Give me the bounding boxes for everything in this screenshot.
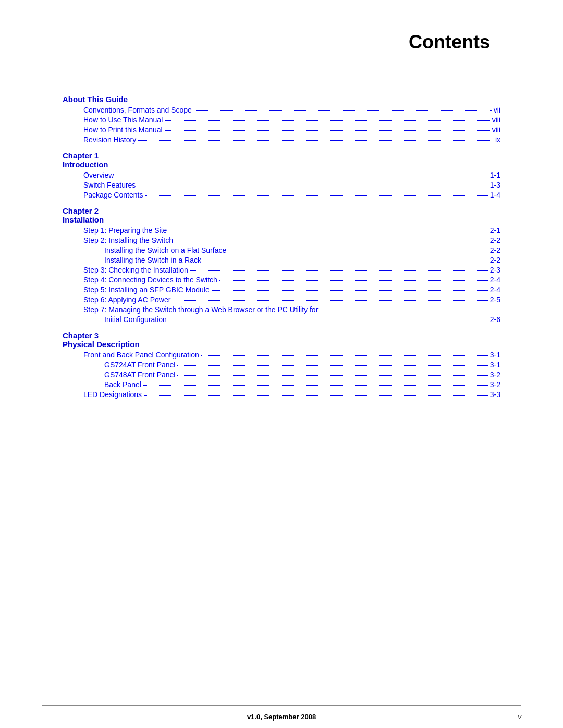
toc-page-front-back-panel: 3-1 <box>490 351 500 359</box>
toc-entry-how-to-use[interactable]: How to Use This Manual viii <box>63 116 500 124</box>
toc-dots <box>145 195 487 196</box>
chapter2-label: Chapter 2 <box>63 206 500 215</box>
toc-page-back-panel: 3-2 <box>490 380 500 389</box>
toc-page-revision-history: ix <box>495 135 500 144</box>
page-container: Contents About This Guide Conventions, F… <box>0 0 563 728</box>
toc-page-step6: 2-5 <box>490 295 500 304</box>
toc-entry-step7[interactable]: Step 7: Managing the Switch through a We… <box>63 305 500 314</box>
toc-link-package-contents[interactable]: Package Contents <box>83 191 143 199</box>
toc-dots <box>212 290 488 291</box>
toc-entry-initial-config[interactable]: Initial Configuration 2-6 <box>63 315 500 324</box>
toc-link-back-panel[interactable]: Back Panel <box>104 380 141 389</box>
toc-link-step5[interactable]: Step 5: Installing an SFP GBIC Module <box>83 286 210 294</box>
toc-entry-package-contents[interactable]: Package Contents 1-4 <box>63 191 500 199</box>
toc-page-gs748at: 3-2 <box>490 371 500 379</box>
toc-page-how-to-use: viii <box>492 116 500 124</box>
toc-entry-gs724at[interactable]: GS724AT Front Panel 3-1 <box>63 361 500 369</box>
toc-dots <box>228 251 488 251</box>
toc-link-step2[interactable]: Step 2: Installing the Switch <box>83 236 173 244</box>
toc-page-package-contents: 1-4 <box>490 191 500 199</box>
chapter1-block: Chapter 1 Introduction Overview 1-1 Swit… <box>63 151 500 199</box>
toc-link-step3[interactable]: Step 3: Checking the Installation <box>83 266 188 274</box>
toc-dots <box>175 241 488 241</box>
toc-link-flat-surface[interactable]: Installing the Switch on a Flat Surface <box>104 246 226 254</box>
toc-entry-step5[interactable]: Step 5: Installing an SFP GBIC Module 2-… <box>63 286 500 294</box>
main-content: Contents About This Guide Conventions, F… <box>0 0 563 695</box>
footer-page-number: v <box>518 713 522 721</box>
toc-link-step4[interactable]: Step 4: Connecting Devices to the Switch <box>83 276 217 284</box>
toc-page-step5: 2-4 <box>490 286 500 294</box>
chapter2-block: Chapter 2 Installation Step 1: Preparing… <box>63 206 500 324</box>
toc-link-gs748at[interactable]: GS748AT Front Panel <box>104 371 175 379</box>
toc-link-gs724at[interactable]: GS724AT Front Panel <box>104 361 175 369</box>
toc-dots <box>165 130 490 131</box>
toc-page-step2: 2-2 <box>490 236 500 244</box>
toc-link-step7[interactable]: Step 7: Managing the Switch through a We… <box>83 305 318 314</box>
chapter3-label: Chapter 3 <box>63 331 500 340</box>
toc-entry-back-panel[interactable]: Back Panel 3-2 <box>63 380 500 389</box>
toc-page-rack: 2-2 <box>490 256 500 264</box>
toc-link-rack[interactable]: Installing the Switch in a Rack <box>104 256 201 264</box>
toc-entry-front-back-panel[interactable]: Front and Back Panel Configuration 3-1 <box>63 351 500 359</box>
footer: v1.0, September 2008 v <box>42 705 521 728</box>
toc-page-gs724at: 3-1 <box>490 361 500 369</box>
toc-page-switch-features: 1-3 <box>490 181 500 189</box>
toc-page-step4: 2-4 <box>490 276 500 284</box>
about-this-guide-header: About This Guide <box>63 95 500 104</box>
toc-page-how-to-print: viii <box>492 126 500 134</box>
toc-dots <box>116 176 487 176</box>
toc-dots <box>138 186 487 186</box>
toc-dots <box>177 365 487 366</box>
toc-entry-how-to-print[interactable]: How to Print this Manual viii <box>63 126 500 134</box>
toc-link-step1[interactable]: Step 1: Preparing the Site <box>83 226 167 235</box>
toc-dots <box>169 231 487 231</box>
toc-page-overview: 1-1 <box>490 171 500 179</box>
about-this-guide-section: About This Guide Conventions, Formats an… <box>63 95 500 144</box>
toc-link-conventions[interactable]: Conventions, Formats and Scope <box>83 106 192 114</box>
toc-link-revision-history[interactable]: Revision History <box>83 135 136 144</box>
toc-link-led-designations[interactable]: LED Designations <box>83 390 142 399</box>
page-title: Contents <box>63 31 490 53</box>
toc-page-flat-surface: 2-2 <box>490 246 500 254</box>
toc-dots <box>173 300 487 301</box>
toc-entry-step3[interactable]: Step 3: Checking the Installation 2-3 <box>63 266 500 274</box>
toc-entry-switch-features[interactable]: Switch Features 1-3 <box>63 181 500 189</box>
chapter2-title: Installation <box>63 215 500 224</box>
toc-entry-revision-history[interactable]: Revision History ix <box>63 135 500 144</box>
toc-link-how-to-print[interactable]: How to Print this Manual <box>83 126 163 134</box>
toc-dots <box>143 385 488 386</box>
toc-entry-flat-surface[interactable]: Installing the Switch on a Flat Surface … <box>63 246 500 254</box>
toc-link-step6[interactable]: Step 6: Applying AC Power <box>83 295 170 304</box>
toc-entry-step6[interactable]: Step 6: Applying AC Power 2-5 <box>63 295 500 304</box>
toc-dots <box>177 375 487 376</box>
toc-page-step3: 2-3 <box>490 266 500 274</box>
toc-page-conventions: vii <box>494 106 500 114</box>
toc-page-step1: 2-1 <box>490 226 500 235</box>
toc-entry-conventions[interactable]: Conventions, Formats and Scope vii <box>63 106 500 114</box>
chapter1-title: Introduction <box>63 160 500 169</box>
toc-dots <box>165 120 489 121</box>
footer-version-text: v1.0, September 2008 <box>42 713 521 721</box>
toc-entry-step1[interactable]: Step 1: Preparing the Site 2-1 <box>63 226 500 235</box>
toc-link-overview[interactable]: Overview <box>83 171 114 179</box>
chapter1-label: Chapter 1 <box>63 151 500 160</box>
toc-dots <box>219 280 488 281</box>
toc-page-led-designations: 3-3 <box>490 390 500 399</box>
toc-dots <box>190 270 488 271</box>
toc-link-front-back-panel[interactable]: Front and Back Panel Configuration <box>83 351 199 359</box>
toc-entry-step4[interactable]: Step 4: Connecting Devices to the Switch… <box>63 276 500 284</box>
chapter3-block: Chapter 3 Physical Description Front and… <box>63 331 500 399</box>
toc-page-initial-config: 2-6 <box>490 315 500 324</box>
toc-entry-led-designations[interactable]: LED Designations 3-3 <box>63 390 500 399</box>
toc-entry-rack[interactable]: Installing the Switch in a Rack 2-2 <box>63 256 500 264</box>
toc-link-initial-config[interactable]: Initial Configuration <box>104 315 167 324</box>
toc-entry-gs748at[interactable]: GS748AT Front Panel 3-2 <box>63 371 500 379</box>
toc-entry-overview[interactable]: Overview 1-1 <box>63 171 500 179</box>
toc-link-how-to-use[interactable]: How to Use This Manual <box>83 116 163 124</box>
toc-entry-step2[interactable]: Step 2: Installing the Switch 2-2 <box>63 236 500 244</box>
toc-dots <box>138 140 493 141</box>
toc-link-switch-features[interactable]: Switch Features <box>83 181 136 189</box>
toc-dots <box>203 261 488 261</box>
toc-dots <box>144 395 488 396</box>
chapter3-title: Physical Description <box>63 340 500 349</box>
